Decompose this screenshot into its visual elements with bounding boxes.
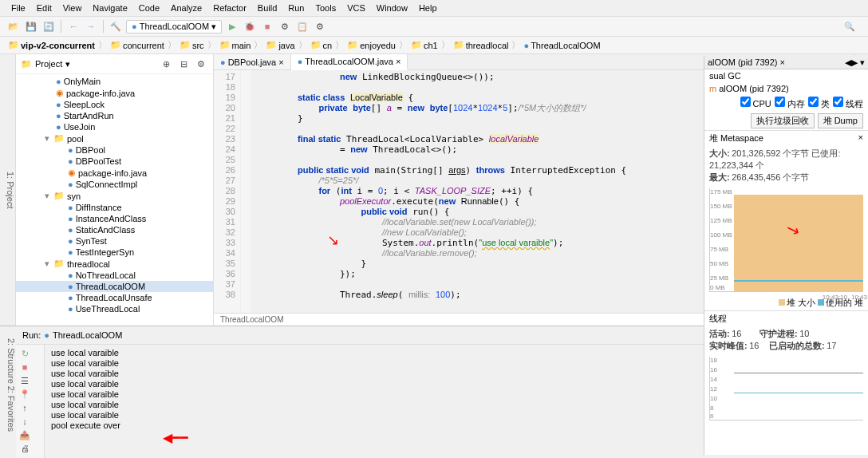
- menu-refactor[interactable]: Refactor: [208, 2, 251, 14]
- stop-icon[interactable]: ■: [260, 19, 274, 34]
- thread-chart: 18 16 14 12 10 8 6: [709, 357, 863, 420]
- layout-icon[interactable]: ☰: [19, 375, 30, 386]
- tree-item[interactable]: ● TestIntegerSyn: [16, 247, 213, 258]
- open-icon[interactable]: 📂: [6, 19, 21, 34]
- menu-window[interactable]: Window: [372, 2, 412, 14]
- heap-section-header[interactable]: 堆 Metaspace×: [704, 130, 868, 146]
- bc-item[interactable]: 📁concurrent: [108, 40, 166, 50]
- tree-item[interactable]: ▾📁 syn: [16, 190, 213, 202]
- check-mem[interactable]: 内存: [775, 97, 805, 110]
- back-icon[interactable]: ←: [66, 19, 81, 34]
- menu-analyze[interactable]: Analyze: [166, 2, 207, 14]
- sidebar-structure-tab[interactable]: 2: Structure: [6, 338, 16, 384]
- menu-run[interactable]: Run: [283, 2, 309, 14]
- gear-icon[interactable]: ⚙: [194, 57, 208, 71]
- tree-item[interactable]: ● SqlConnectImpl: [16, 179, 213, 190]
- tree-item[interactable]: ● DBPool: [16, 144, 213, 156]
- menu-code[interactable]: Code: [134, 2, 164, 14]
- tree-item[interactable]: ● NoThreadLocal: [16, 270, 213, 281]
- bc-item[interactable]: 📁main: [218, 40, 253, 50]
- debug-icon[interactable]: 🐞: [243, 19, 257, 34]
- profiler-tab[interactable]: alOOM (pid 7392) × ◀▶ ▾: [704, 56, 868, 69]
- left-tool-strip[interactable]: 1: Project: [0, 54, 16, 326]
- rerun-icon[interactable]: ↻: [19, 348, 30, 359]
- bc-item[interactable]: 📁src: [178, 40, 206, 50]
- menu-edit[interactable]: Edit: [32, 2, 57, 14]
- save-icon[interactable]: 💾: [24, 19, 38, 34]
- tree-item[interactable]: ● UseThreadLocal: [16, 303, 213, 314]
- project-tree[interactable]: ● OnlyMain◉ package-info.java● SleepLock…: [16, 74, 213, 326]
- export-icon[interactable]: 📤: [19, 429, 30, 440]
- tree-item[interactable]: ● ThreadLocalOOM: [16, 281, 213, 292]
- tree-item[interactable]: ● ThreadLocalUnsafe: [16, 292, 213, 303]
- forward-icon[interactable]: →: [84, 19, 98, 34]
- icon-gutter[interactable]: [241, 70, 252, 313]
- target-icon[interactable]: ⊕: [159, 57, 173, 71]
- profiler-sub[interactable]: sual GC: [704, 69, 868, 82]
- close-icon[interactable]: ×: [780, 57, 785, 67]
- menu-build[interactable]: Build: [253, 2, 282, 14]
- bc-item[interactable]: 📁threadlocal: [452, 40, 511, 50]
- line-gutter[interactable]: 1718192021222324252627282930313233343536…: [214, 70, 241, 313]
- check-cpu[interactable]: CPU: [740, 97, 771, 110]
- gc-button[interactable]: 执行垃圾回收: [751, 113, 815, 128]
- menu-vcs[interactable]: VCS: [342, 2, 370, 14]
- bc-item[interactable]: ●ThreadLocalOOM: [522, 41, 602, 50]
- tree-item[interactable]: ● InstanceAndClass: [16, 213, 213, 224]
- close-icon[interactable]: ×: [278, 57, 283, 67]
- bc-item[interactable]: 📁cn: [309, 40, 334, 50]
- print-icon[interactable]: 🖨: [19, 443, 30, 454]
- up-icon[interactable]: ↑: [19, 402, 30, 413]
- bc-root[interactable]: 📁vip-v2-concurrent: [6, 40, 97, 50]
- check-class[interactable]: 类: [808, 97, 830, 110]
- bc-item[interactable]: 📁java: [264, 40, 296, 50]
- tree-item[interactable]: ◉ package-info.java: [16, 87, 213, 99]
- threads-section-header[interactable]: 线程: [704, 310, 868, 326]
- menu-navigate[interactable]: Navigate: [88, 2, 132, 14]
- tree-item[interactable]: ● StaticAndClass: [16, 224, 213, 235]
- menu-file[interactable]: File: [6, 2, 30, 14]
- tab-threadlocaloom[interactable]: ●ThreadLocalOOM.java×: [291, 54, 408, 70]
- run-icon[interactable]: ▶: [225, 19, 239, 34]
- sidebar-favorites-tab[interactable]: 2: Favorites: [6, 386, 16, 432]
- tab-dbpool[interactable]: ●DBPool.java×: [214, 54, 291, 69]
- heap-dump-button[interactable]: 堆 Dump: [818, 113, 863, 128]
- profiler-checks: CPU 内存 类 线程: [704, 95, 868, 112]
- check-thread[interactable]: 线程: [833, 97, 863, 110]
- close-icon[interactable]: ×: [396, 57, 400, 66]
- project-label: Project: [35, 59, 62, 69]
- run-tab[interactable]: ThreadLocalOOM: [53, 330, 122, 340]
- tree-item[interactable]: ● UseJoin: [16, 121, 213, 132]
- menu-tools[interactable]: Tools: [310, 2, 341, 14]
- tree-item[interactable]: ● SleepLock: [16, 99, 213, 110]
- left-tool-strip-2[interactable]: 2: Structure 2: Favorites: [0, 326, 16, 444]
- stop-icon[interactable]: ■: [19, 361, 30, 373]
- bc-item[interactable]: 📁enjoyedu: [345, 40, 397, 50]
- tree-item[interactable]: ● SynTest: [16, 235, 213, 247]
- thread-stats: 活动: 16 守护进程: 10 实时峰值: 16 已启动的总数: 17: [704, 326, 868, 353]
- vcs-icon[interactable]: ⚙: [278, 19, 292, 34]
- refresh-icon[interactable]: 🔄: [41, 19, 56, 34]
- down-icon[interactable]: ↓: [19, 416, 30, 427]
- tree-item[interactable]: ▾📁 pool: [16, 132, 213, 144]
- bc-item[interactable]: 📁ch1: [409, 40, 440, 50]
- project-structure-icon[interactable]: 📋: [295, 19, 310, 34]
- tree-item[interactable]: ● OnlyMain: [16, 76, 213, 87]
- chevron-down-icon[interactable]: ▾: [65, 59, 70, 69]
- run-toolbar: ↻ ■ ☰ 📍 ↑ ↓ 📤 🖨 🗑: [16, 345, 45, 458]
- pin-icon[interactable]: 📍: [19, 389, 30, 400]
- sidebar-project-tab[interactable]: 1: Project: [6, 172, 15, 208]
- settings-icon[interactable]: ⚙: [313, 19, 327, 34]
- build-icon[interactable]: 🔨: [108, 19, 123, 34]
- menu-help[interactable]: Help: [414, 2, 442, 14]
- search-icon[interactable]: 🔍: [842, 19, 857, 34]
- menu-view[interactable]: View: [58, 2, 87, 14]
- tree-item[interactable]: ▾📁 threadlocal: [16, 258, 213, 270]
- collapse-icon[interactable]: ⊟: [176, 57, 191, 71]
- profiler-title: m alOOM (pid 7392): [704, 82, 868, 95]
- run-config-combo[interactable]: ● ThreadLocalOOM ▾: [126, 20, 222, 34]
- tree-item[interactable]: ● StartAndRun: [16, 110, 213, 121]
- tree-item[interactable]: ◉ package-info.java: [16, 167, 213, 179]
- tree-item[interactable]: ● DBPoolTest: [16, 156, 213, 167]
- tree-item[interactable]: ● DiffInstance: [16, 202, 213, 213]
